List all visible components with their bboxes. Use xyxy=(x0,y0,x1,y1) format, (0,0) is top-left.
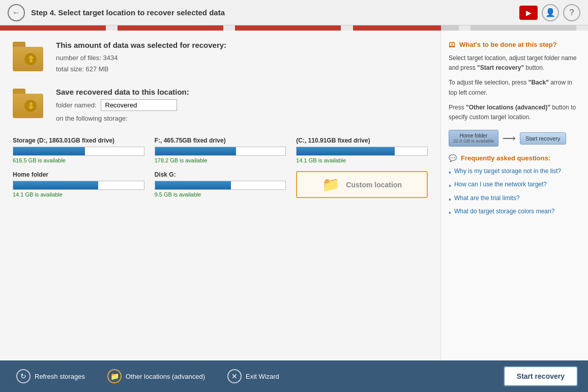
what-p1: Select target location, adjust target fo… xyxy=(449,53,580,73)
data-amount-title: This amount of data was selected for rec… xyxy=(56,41,226,49)
storage-item-1[interactable]: F:, 465.75GB fixed drive) 178.2 GB is av… xyxy=(155,137,286,163)
content-area: ⇧ This amount of data was selected for r… xyxy=(0,31,440,360)
storage-bar-fill xyxy=(13,181,98,189)
faq-icon: 💬 xyxy=(449,154,457,162)
header: ← Step 4. Select target location to reco… xyxy=(0,0,588,25)
right-panel: 🕮 What's to be done at this step? Select… xyxy=(440,31,588,360)
faq-item-3[interactable]: What do target storage colors mean? xyxy=(449,206,580,219)
storage-label: Home folder xyxy=(13,171,144,178)
faq-item-0[interactable]: Why is my target storage not in the list… xyxy=(449,166,580,179)
refresh-label: Refresh storages xyxy=(35,373,85,380)
mini-folder-label: Home folder xyxy=(453,133,494,138)
custom-location-label: Custom location xyxy=(346,181,402,189)
storage-label: (C:, 110.91GB fixed drive) xyxy=(296,137,428,144)
book-icon: 🕮 xyxy=(449,41,455,48)
storage-label: Storage (D:, 1863.01GB fixed drive) xyxy=(13,137,144,144)
progress-strip xyxy=(0,25,588,31)
refresh-storages-button[interactable]: ↻ Refresh storages xyxy=(10,365,91,387)
storage-item-4[interactable]: Disk G: 9.5 GB is available xyxy=(155,171,286,198)
storage-item-0[interactable]: Storage (D:, 1863.01GB fixed drive) 616.… xyxy=(13,137,144,163)
custom-location-icon: 📁 xyxy=(322,176,340,193)
help-icon[interactable]: ? xyxy=(563,4,580,21)
exit-label: Exit Wizard xyxy=(246,373,279,380)
upload-arrow-icon: ⇧ xyxy=(24,53,37,65)
storage-item-5[interactable]: 📁 Custom location xyxy=(296,171,428,198)
total-size: total size: 627 MB xyxy=(56,64,226,75)
storage-label: Disk G: xyxy=(155,171,286,178)
other-locations-label: Other locations (advanced) xyxy=(126,373,205,380)
storage-grid: Storage (D:, 1863.01GB fixed drive) 616.… xyxy=(13,137,428,198)
save-location-title: Save recovered data to this location: xyxy=(56,88,189,96)
arrow-icon: ⟶ xyxy=(503,133,516,144)
download-arrow-icon: ⇩ xyxy=(24,100,37,112)
mini-folder-btn: Home folder 22.0 GB is available xyxy=(449,130,498,147)
storage-bar xyxy=(13,147,144,156)
other-locations-bold: "Other locations (advanced)" xyxy=(466,104,550,111)
folder-name-row: folder named: xyxy=(56,99,189,111)
back-button[interactable]: ← xyxy=(8,4,25,21)
what-p3: Press "Other locations (advanced)" butto… xyxy=(449,103,580,122)
on-storage-label: on the following storage: xyxy=(56,113,189,124)
faq-list: Why is my target storage not in the list… xyxy=(449,166,580,219)
header-icons: ▶ 👤 ? xyxy=(519,4,580,21)
folder-advanced-icon: 📁 xyxy=(107,369,122,383)
save-location-section: ⇩ Save recovered data to this location: … xyxy=(13,88,428,124)
storage-bar-fill xyxy=(155,147,236,155)
storage-item-3[interactable]: Home folder 14.1 GB is available xyxy=(13,171,144,198)
footer: ↻ Refresh storages 📁 Other locations (ad… xyxy=(0,360,588,392)
refresh-icon: ↻ xyxy=(16,369,31,383)
main-content: ⇧ This amount of data was selected for r… xyxy=(0,31,588,360)
faq-item-2[interactable]: What are the trial limits? xyxy=(449,193,580,206)
mini-folder-sub: 22.0 GB is available xyxy=(453,138,494,144)
user-icon[interactable]: 👤 xyxy=(542,4,559,21)
faq-title: 💬 Frequently asked questions: xyxy=(449,154,580,162)
step-description: Select target location to recover select… xyxy=(58,8,225,17)
storage-bar-fill xyxy=(155,181,231,189)
storage-item-2[interactable]: (C:, 110.91GB fixed drive) 14.1 GB is av… xyxy=(296,137,428,163)
files-count: number of files: 3434 xyxy=(56,52,226,64)
exit-icon: ✕ xyxy=(227,369,242,383)
save-location-text: Save recovered data to this location: fo… xyxy=(56,88,189,124)
storage-bar-fill xyxy=(297,147,394,155)
upload-folder-icon: ⇧ xyxy=(13,41,48,71)
storage-available: 14.1 GB is available xyxy=(13,191,144,198)
faq-item-1[interactable]: How can I use the network target? xyxy=(449,179,580,192)
storage-label: F:, 465.75GB fixed drive) xyxy=(155,137,286,144)
header-title: Step 4. Select target location to recove… xyxy=(31,8,513,17)
storage-available: 9.5 GB is available xyxy=(155,191,286,198)
whats-to-do-title: 🕮 What's to be done at this step? xyxy=(449,41,580,48)
storage-bar-fill xyxy=(13,147,85,155)
step-label: Step 4. xyxy=(31,8,56,17)
start-recovery-button[interactable]: Start recovery xyxy=(504,366,578,386)
storage-bar xyxy=(296,147,428,156)
storage-available: 616.5 GB is available xyxy=(13,157,144,163)
storage-bar xyxy=(155,147,286,156)
data-amount-section: ⇧ This amount of data was selected for r… xyxy=(13,41,428,75)
back-bold: "Back" xyxy=(528,79,549,86)
data-amount-text: This amount of data was selected for rec… xyxy=(56,41,226,75)
youtube-button[interactable]: ▶ xyxy=(519,6,538,20)
other-locations-button[interactable]: 📁 Other locations (advanced) xyxy=(101,365,211,387)
folder-name-input[interactable] xyxy=(101,99,177,111)
storage-available: 178.2 GB is available xyxy=(155,157,286,163)
start-recovery-bold: "Start recovery" xyxy=(477,64,524,71)
storage-available: 14.1 GB is available xyxy=(296,157,428,163)
storage-bar xyxy=(13,181,144,190)
what-p2: To adjust file selection, press "Back" a… xyxy=(449,78,580,97)
storage-bar xyxy=(155,181,286,190)
folder-name-label: folder named: xyxy=(56,101,97,109)
mini-start-recovery: Start recovery xyxy=(520,132,566,145)
mini-diagram: Home folder 22.0 GB is available ⟶ Start… xyxy=(449,130,580,147)
exit-wizard-button[interactable]: ✕ Exit Wizard xyxy=(221,365,285,387)
download-folder-icon: ⇩ xyxy=(13,88,48,118)
